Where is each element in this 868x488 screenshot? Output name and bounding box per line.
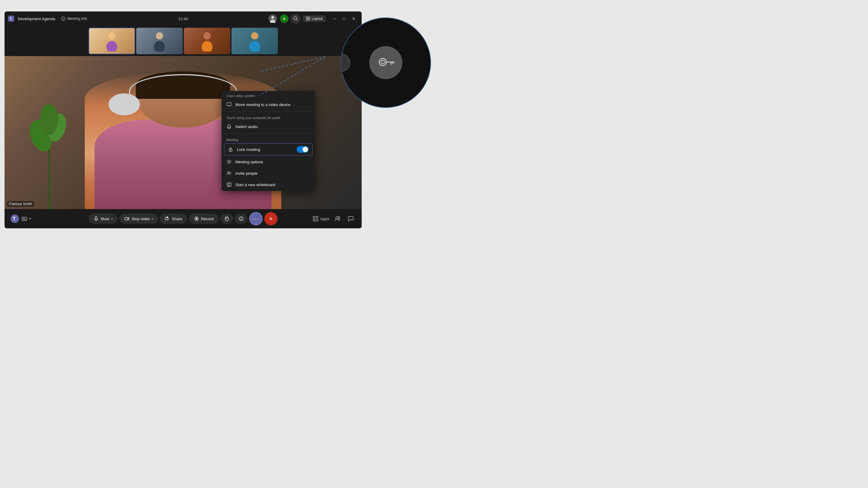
svg-point-32 — [227, 171, 229, 173]
svg-point-30 — [230, 150, 231, 151]
svg-text:i: i — [63, 18, 64, 21]
svg-point-13 — [108, 32, 116, 39]
menu-item-meeting-options[interactable]: Meeting options — [221, 156, 315, 167]
svg-rect-53 — [316, 216, 318, 218]
user-avatar-btn[interactable] — [268, 14, 278, 24]
main-participant-name: Clarissa Smith — [7, 201, 34, 207]
people-button[interactable] — [333, 214, 342, 224]
svg-point-51 — [241, 218, 242, 218]
participant-thumb-4[interactable] — [231, 28, 278, 54]
menu-item-move-meeting[interactable]: Move meeting to a video device — [221, 99, 315, 110]
svg-point-7 — [293, 17, 297, 20]
apps-button[interactable]: Apps — [313, 216, 329, 221]
svg-point-5 — [271, 16, 274, 19]
menu-item-invite-people[interactable]: Invite people — [221, 167, 315, 179]
participant-thumb-2[interactable] — [136, 28, 183, 54]
more-options-button[interactable]: ··· — [249, 212, 262, 225]
svg-point-50 — [240, 218, 241, 218]
svg-point-18 — [202, 41, 213, 52]
chat-button[interactable] — [346, 214, 355, 224]
toggle-knob — [303, 147, 308, 152]
svg-rect-40 — [22, 217, 27, 221]
participant-thumb-1[interactable] — [89, 28, 135, 54]
svg-rect-54 — [313, 219, 315, 221]
menu-item-lock-meeting[interactable]: Lock meeting — [224, 143, 313, 156]
key-icon-circle — [369, 46, 402, 79]
svg-rect-46 — [165, 218, 168, 220]
stop-video-button[interactable]: Stop video ▾ — [119, 214, 158, 224]
apps-icon — [313, 216, 318, 221]
apps-label: Apps — [320, 217, 329, 221]
meeting-info-button[interactable]: i Meeting info — [59, 15, 89, 22]
move-meeting-label: Move meeting to a video device — [236, 102, 290, 107]
svg-point-20 — [249, 41, 260, 52]
svg-point-48 — [195, 218, 197, 220]
mute-caret: ▾ — [111, 217, 113, 221]
menu-section-audio: You're using your computer for audio — [221, 113, 315, 121]
svg-point-56 — [336, 217, 338, 219]
whiteboard-label: Start a new whiteboard — [236, 183, 276, 187]
end-call-button[interactable]: ✕ — [264, 212, 278, 225]
hand-icon — [224, 216, 229, 221]
window-title: Development Agenda — [18, 17, 55, 21]
svg-rect-10 — [308, 17, 310, 19]
lock-meeting-toggle[interactable] — [297, 146, 309, 153]
menu-item-switch-audio[interactable]: Switch audio — [221, 121, 315, 132]
search-icon-btn[interactable] — [291, 14, 301, 24]
people-icon — [335, 216, 341, 222]
share-label: Share — [172, 217, 182, 221]
main-video: Clarissa Smith Cisco video system — [4, 56, 362, 209]
meeting-info-label: Meeting info — [67, 17, 87, 21]
svg-text:T: T — [10, 17, 12, 21]
svg-rect-52 — [313, 216, 315, 218]
svg-point-60 — [379, 59, 386, 66]
green-avatar: A — [280, 14, 288, 23]
menu-section-meeting: Meeting — [221, 135, 315, 143]
video-caret: ▾ — [152, 217, 153, 221]
stop-video-label: Stop video — [131, 217, 150, 221]
share-button[interactable]: Share — [160, 214, 187, 224]
key-icon — [377, 54, 395, 72]
context-menu: Cisco video system Move meeting to a vid… — [221, 91, 315, 191]
emoji-icon — [239, 216, 244, 221]
menu-section-cisco: Cisco video system — [221, 91, 315, 99]
menu-item-whiteboard[interactable]: Start a new whiteboard — [221, 179, 315, 191]
teams-window: T Development Agenda i Meeting info 12:4… — [4, 11, 362, 228]
toolbar-teams-logo: T — [10, 215, 19, 223]
captions-icon — [22, 216, 27, 222]
main-content: Clarissa Smith Cisco video system — [4, 56, 362, 209]
captions-btn[interactable] — [22, 216, 32, 222]
mute-label: Mute — [101, 217, 110, 221]
svg-point-49 — [239, 217, 243, 221]
meeting-options-label: Meeting options — [236, 160, 263, 164]
svg-line-8 — [296, 20, 298, 21]
layout-icon — [306, 17, 310, 21]
end-call-icon: ✕ — [269, 216, 273, 222]
svg-text:T: T — [13, 216, 16, 221]
switch-audio-label: Switch audio — [236, 124, 258, 129]
svg-point-31 — [228, 161, 230, 163]
svg-rect-11 — [306, 19, 308, 21]
teams-logo-icon: T — [8, 16, 14, 22]
record-label: Record — [201, 217, 214, 221]
mute-button[interactable]: Mute ▾ — [89, 214, 118, 224]
people-icon — [226, 170, 232, 176]
title-bar-left: T Development Agenda i Meeting info — [8, 15, 90, 22]
more-options-icon: ··· — [253, 216, 259, 222]
reaction-button[interactable] — [235, 214, 247, 224]
captions-dropdown-icon — [29, 217, 32, 220]
video-icon — [124, 216, 130, 221]
toolbar-left: T — [10, 215, 32, 223]
participant-thumb-3[interactable] — [184, 28, 230, 54]
lock-meeting-label: Lock meeting — [237, 147, 260, 152]
record-button[interactable]: Record — [189, 214, 218, 224]
title-bar-time: 12:40 — [178, 17, 188, 21]
svg-rect-9 — [306, 17, 308, 19]
audio-icon — [226, 124, 232, 129]
raise-hand-button[interactable] — [220, 214, 233, 224]
svg-point-61 — [381, 60, 384, 64]
svg-rect-55 — [316, 219, 318, 221]
menu-divider-2 — [221, 133, 315, 134]
svg-rect-43 — [95, 217, 97, 219]
svg-rect-45 — [125, 218, 128, 220]
